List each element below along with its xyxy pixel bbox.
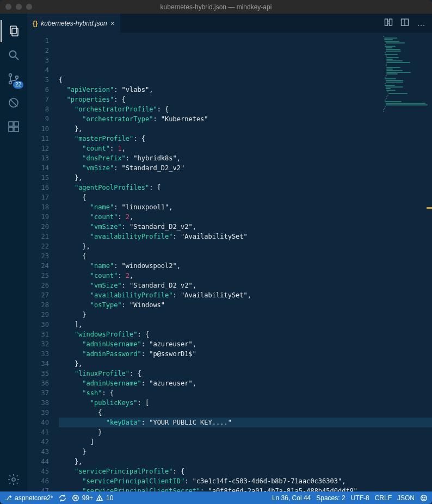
status-language[interactable]: JSON <box>397 494 415 502</box>
status-problems[interactable]: 99+ 10 <box>72 494 114 502</box>
code-line[interactable]: } <box>59 447 432 457</box>
code-line[interactable]: "count": 1, <box>59 144 432 153</box>
activity-explorer[interactable] <box>1 19 27 43</box>
line-number: 44 <box>27 457 49 466</box>
activity-extensions[interactable] <box>1 115 27 139</box>
more-actions-button[interactable]: … <box>417 19 425 28</box>
line-number: 15 <box>27 173 49 183</box>
window-title: kubernetes-hybrid.json — mindkey-api <box>0 3 432 11</box>
code-line[interactable]: "properties": { <box>59 95 432 104</box>
code-line[interactable]: "orchestratorProfile": { <box>59 104 432 114</box>
line-number: 47 <box>27 486 49 491</box>
code-line[interactable]: "agentPoolProfiles": [ <box>59 183 432 192</box>
code-line[interactable]: "count": 2, <box>59 271 432 281</box>
code-line[interactable]: "adminUsername": "azureuser", <box>59 378 432 388</box>
svg-rect-1 <box>12 28 18 36</box>
code-line[interactable]: "servicePrincipalProfile": { <box>59 466 432 476</box>
svg-line-3 <box>16 57 19 60</box>
code-line[interactable]: "masterProfile": { <box>59 134 432 144</box>
error-count: 99+ <box>82 494 93 502</box>
code-line[interactable]: } <box>59 310 432 320</box>
tab-close-button[interactable]: × <box>110 19 115 28</box>
code-line[interactable]: }, <box>59 173 432 183</box>
code-line[interactable]: "ssh": { <box>59 388 432 398</box>
code-line[interactable]: ], <box>59 320 432 329</box>
status-sync[interactable] <box>59 494 66 502</box>
gear-icon <box>7 473 20 486</box>
code-line[interactable]: "vmSize": "Standard_D2_v2", <box>59 281 432 290</box>
code-line[interactable]: } <box>59 427 432 437</box>
split-editor-button[interactable] <box>400 18 409 28</box>
tabbar-actions: … <box>384 14 432 33</box>
close-window-button[interactable] <box>5 4 11 10</box>
code-line[interactable]: "name": "windowspool2", <box>59 261 432 271</box>
code-line[interactable]: { <box>59 75 432 85</box>
error-icon <box>72 494 79 502</box>
open-changes-button[interactable] <box>384 18 393 28</box>
status-feedback[interactable] <box>420 494 428 502</box>
line-number: 43 <box>27 447 49 457</box>
code-line[interactable]: "vmSize": "Standard_D2_v2", <box>59 222 432 232</box>
status-eol[interactable]: CRLF <box>375 494 392 502</box>
split-editor-icon <box>400 18 409 27</box>
svg-point-24 <box>100 499 100 500</box>
code-line[interactable]: }, <box>59 457 432 466</box>
activity-settings[interactable] <box>1 468 27 491</box>
svg-rect-11 <box>9 127 13 132</box>
titlebar[interactable]: kubernetes-hybrid.json — mindkey-api <box>0 0 432 14</box>
code-line[interactable]: "servicePrincipalClientID": "c3e1c14f-c5… <box>59 476 432 486</box>
code-line[interactable]: ] <box>59 437 432 447</box>
line-number: 26 <box>27 281 49 290</box>
code-line[interactable]: "orchestratorType": "Kubernetes" <box>59 114 432 124</box>
line-number: 12 <box>27 144 49 153</box>
code-line[interactable]: "name": "linuxpool1", <box>59 202 432 212</box>
tab-kubernetes-hybrid[interactable]: {} kubernetes-hybrid.json × <box>27 14 121 33</box>
line-number: 22 <box>27 241 49 251</box>
code-line[interactable]: { <box>59 408 432 418</box>
status-encoding[interactable]: UTF-8 <box>351 494 369 502</box>
code-line[interactable]: "dnsPrefix": "hybridk8s", <box>59 153 432 163</box>
activity-search[interactable] <box>1 43 27 67</box>
status-cursor[interactable]: Ln 36, Col 44 <box>272 494 311 502</box>
line-number: 19 <box>27 212 49 222</box>
svg-point-25 <box>421 495 427 501</box>
code-line[interactable]: "publicKeys": [ <box>59 398 432 408</box>
code-editor[interactable]: { "apiVersion": "vlabs", "properties": {… <box>59 33 432 491</box>
line-number-gutter: 1234567891011121314151617181920212223242… <box>27 33 59 491</box>
line-number: 24 <box>27 261 49 271</box>
code-line[interactable]: "count": 2, <box>59 212 432 222</box>
zoom-window-button[interactable] <box>26 4 32 10</box>
svg-point-27 <box>424 497 425 497</box>
code-line[interactable]: "apiVersion": "vlabs", <box>59 85 432 95</box>
code-line[interactable]: "vmSize": "Standard_D2_v2" <box>59 163 432 173</box>
line-number: 41 <box>27 427 49 437</box>
line-number: 36 <box>27 378 49 388</box>
code-line[interactable]: }, <box>59 241 432 251</box>
code-line[interactable]: "availabilityProfile": "AvailabilitySet" <box>59 232 432 241</box>
code-line[interactable]: "linuxProfile": { <box>59 369 432 378</box>
code-line[interactable]: "availabilityProfile": "AvailabilitySet"… <box>59 290 432 300</box>
tab-filename: kubernetes-hybrid.json <box>41 20 107 27</box>
code-line[interactable]: "adminUsername": "azureuser", <box>59 339 432 349</box>
line-number: 5 <box>27 75 49 85</box>
status-indent[interactable]: Spaces: 2 <box>316 494 345 502</box>
code-line[interactable]: { <box>59 192 432 202</box>
status-branch[interactable]: ⎇ aspnetcore2* <box>4 494 53 502</box>
warning-count: 10 <box>106 494 113 502</box>
svg-point-6 <box>16 76 18 79</box>
svg-point-13 <box>12 478 15 481</box>
code-line[interactable]: "windowsProfile": { <box>59 329 432 339</box>
code-line[interactable]: "osType": "Windows" <box>59 300 432 310</box>
code-line[interactable]: }, <box>59 359 432 369</box>
minimize-window-button[interactable] <box>16 4 22 10</box>
code-line[interactable]: "adminPassword": "p@ssworD1$" <box>59 349 432 359</box>
code-line[interactable]: "keyData": "YOUR PUBLIC KEY...." <box>59 418 432 427</box>
extensions-icon <box>7 120 20 133</box>
svg-line-8 <box>10 99 17 107</box>
activity-debug[interactable] <box>1 91 27 115</box>
activity-source-control[interactable]: 22 <box>1 67 27 91</box>
svg-point-4 <box>9 74 12 77</box>
code-line[interactable]: }, <box>59 124 432 134</box>
code-line[interactable]: { <box>59 251 432 261</box>
code-line[interactable]: "servicePrincipalClientSecret": "a0f8fe6… <box>59 486 432 491</box>
